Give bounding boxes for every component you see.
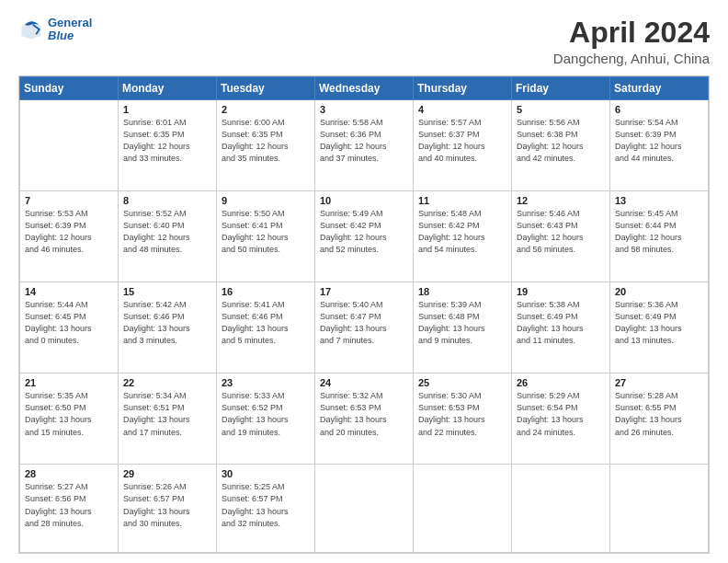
th-thursday: Thursday bbox=[414, 77, 512, 100]
calendar-cell: 10Sunrise: 5:49 AM Sunset: 6:42 PM Dayli… bbox=[315, 191, 414, 282]
calendar-cell: 8Sunrise: 5:52 AM Sunset: 6:40 PM Daylig… bbox=[119, 191, 217, 282]
day-number: 30 bbox=[222, 468, 310, 479]
day-number: 21 bbox=[25, 377, 113, 388]
day-info: Sunrise: 5:30 AM Sunset: 6:53 PM Dayligh… bbox=[418, 390, 506, 438]
calendar-cell: 20Sunrise: 5:36 AM Sunset: 6:49 PM Dayli… bbox=[610, 282, 709, 373]
day-info: Sunrise: 5:44 AM Sunset: 6:45 PM Dayligh… bbox=[25, 299, 113, 347]
calendar-cell bbox=[20, 100, 119, 191]
calendar-cell: 12Sunrise: 5:46 AM Sunset: 6:43 PM Dayli… bbox=[512, 191, 610, 282]
weekday-row: Sunday Monday Tuesday Wednesday Thursday… bbox=[20, 77, 709, 100]
day-info: Sunrise: 6:01 AM Sunset: 6:35 PM Dayligh… bbox=[123, 117, 211, 165]
day-number: 24 bbox=[320, 377, 408, 388]
day-number: 28 bbox=[25, 468, 113, 479]
day-info: Sunrise: 5:50 AM Sunset: 6:41 PM Dayligh… bbox=[222, 208, 310, 256]
calendar-cell: 11Sunrise: 5:48 AM Sunset: 6:42 PM Dayli… bbox=[414, 191, 512, 282]
calendar-cell: 16Sunrise: 5:41 AM Sunset: 6:46 PM Dayli… bbox=[217, 282, 315, 373]
day-info: Sunrise: 5:27 AM Sunset: 6:56 PM Dayligh… bbox=[25, 481, 113, 529]
day-number: 10 bbox=[320, 195, 408, 206]
calendar-cell bbox=[315, 465, 414, 553]
day-info: Sunrise: 5:54 AM Sunset: 6:39 PM Dayligh… bbox=[615, 117, 703, 165]
calendar-cell: 22Sunrise: 5:34 AM Sunset: 6:51 PM Dayli… bbox=[119, 373, 217, 465]
day-number: 8 bbox=[123, 195, 211, 206]
header: General Blue April 2024 Dangcheng, Anhui… bbox=[18, 17, 710, 66]
calendar-cell: 13Sunrise: 5:45 AM Sunset: 6:44 PM Dayli… bbox=[610, 191, 709, 282]
day-info: Sunrise: 5:57 AM Sunset: 6:37 PM Dayligh… bbox=[418, 117, 506, 165]
day-number: 26 bbox=[517, 377, 605, 388]
day-number: 6 bbox=[615, 104, 703, 115]
day-number: 1 bbox=[123, 104, 211, 115]
day-info: Sunrise: 5:36 AM Sunset: 6:49 PM Dayligh… bbox=[615, 299, 703, 347]
logo-text: General Blue bbox=[48, 17, 92, 43]
day-number: 13 bbox=[615, 195, 703, 206]
day-info: Sunrise: 5:29 AM Sunset: 6:54 PM Dayligh… bbox=[517, 390, 605, 438]
day-number: 2 bbox=[222, 104, 310, 115]
calendar-cell bbox=[414, 465, 512, 553]
day-number: 14 bbox=[25, 286, 113, 297]
calendar-week-5: 28Sunrise: 5:27 AM Sunset: 6:56 PM Dayli… bbox=[20, 465, 709, 553]
day-info: Sunrise: 6:00 AM Sunset: 6:35 PM Dayligh… bbox=[222, 117, 310, 165]
title-block: April 2024 Dangcheng, Anhui, China bbox=[553, 17, 710, 66]
logo-line1: General bbox=[48, 16, 92, 29]
th-wednesday: Wednesday bbox=[315, 77, 414, 100]
day-info: Sunrise: 5:52 AM Sunset: 6:40 PM Dayligh… bbox=[123, 208, 211, 256]
day-number: 7 bbox=[25, 195, 113, 206]
calendar-cell bbox=[610, 465, 709, 553]
calendar: Sunday Monday Tuesday Wednesday Thursday… bbox=[18, 75, 710, 554]
day-number: 25 bbox=[418, 377, 506, 388]
calendar-week-4: 21Sunrise: 5:35 AM Sunset: 6:50 PM Dayli… bbox=[20, 373, 709, 465]
th-tuesday: Tuesday bbox=[217, 77, 315, 100]
day-info: Sunrise: 5:35 AM Sunset: 6:50 PM Dayligh… bbox=[25, 390, 113, 438]
day-info: Sunrise: 5:45 AM Sunset: 6:44 PM Dayligh… bbox=[615, 208, 703, 256]
logo-line2: Blue bbox=[48, 29, 74, 42]
th-monday: Monday bbox=[119, 77, 217, 100]
calendar-header: Sunday Monday Tuesday Wednesday Thursday… bbox=[20, 77, 709, 100]
day-number: 12 bbox=[517, 195, 605, 206]
calendar-week-2: 7Sunrise: 5:53 AM Sunset: 6:39 PM Daylig… bbox=[20, 191, 709, 282]
logo-icon bbox=[18, 17, 44, 42]
day-info: Sunrise: 5:41 AM Sunset: 6:46 PM Dayligh… bbox=[222, 299, 310, 347]
day-info: Sunrise: 5:38 AM Sunset: 6:49 PM Dayligh… bbox=[517, 299, 605, 347]
calendar-body: 1Sunrise: 6:01 AM Sunset: 6:35 PM Daylig… bbox=[20, 100, 709, 553]
calendar-week-3: 14Sunrise: 5:44 AM Sunset: 6:45 PM Dayli… bbox=[20, 282, 709, 373]
calendar-cell: 26Sunrise: 5:29 AM Sunset: 6:54 PM Dayli… bbox=[512, 373, 610, 465]
calendar-cell: 2Sunrise: 6:00 AM Sunset: 6:35 PM Daylig… bbox=[217, 100, 315, 191]
th-sunday: Sunday bbox=[20, 77, 119, 100]
calendar-cell: 19Sunrise: 5:38 AM Sunset: 6:49 PM Dayli… bbox=[512, 282, 610, 373]
calendar-cell: 21Sunrise: 5:35 AM Sunset: 6:50 PM Dayli… bbox=[20, 373, 119, 465]
day-info: Sunrise: 5:46 AM Sunset: 6:43 PM Dayligh… bbox=[517, 208, 605, 256]
day-info: Sunrise: 5:39 AM Sunset: 6:48 PM Dayligh… bbox=[418, 299, 506, 347]
day-info: Sunrise: 5:28 AM Sunset: 6:55 PM Dayligh… bbox=[615, 390, 703, 438]
day-info: Sunrise: 5:34 AM Sunset: 6:51 PM Dayligh… bbox=[123, 390, 211, 438]
calendar-cell bbox=[512, 465, 610, 553]
day-number: 11 bbox=[418, 195, 506, 206]
main-title: April 2024 bbox=[553, 17, 710, 49]
calendar-cell: 15Sunrise: 5:42 AM Sunset: 6:46 PM Dayli… bbox=[119, 282, 217, 373]
th-friday: Friday bbox=[512, 77, 610, 100]
calendar-cell: 25Sunrise: 5:30 AM Sunset: 6:53 PM Dayli… bbox=[414, 373, 512, 465]
day-info: Sunrise: 5:26 AM Sunset: 6:57 PM Dayligh… bbox=[123, 481, 211, 529]
th-saturday: Saturday bbox=[610, 77, 709, 100]
calendar-cell: 18Sunrise: 5:39 AM Sunset: 6:48 PM Dayli… bbox=[414, 282, 512, 373]
day-info: Sunrise: 5:42 AM Sunset: 6:46 PM Dayligh… bbox=[123, 299, 211, 347]
day-info: Sunrise: 5:33 AM Sunset: 6:52 PM Dayligh… bbox=[222, 390, 310, 438]
page: General Blue April 2024 Dangcheng, Anhui… bbox=[0, 0, 728, 563]
day-number: 17 bbox=[320, 286, 408, 297]
calendar-cell: 30Sunrise: 5:25 AM Sunset: 6:57 PM Dayli… bbox=[217, 465, 315, 553]
calendar-cell: 27Sunrise: 5:28 AM Sunset: 6:55 PM Dayli… bbox=[610, 373, 709, 465]
day-number: 15 bbox=[123, 286, 211, 297]
day-number: 27 bbox=[615, 377, 703, 388]
day-number: 4 bbox=[418, 104, 506, 115]
calendar-cell: 23Sunrise: 5:33 AM Sunset: 6:52 PM Dayli… bbox=[217, 373, 315, 465]
calendar-cell: 4Sunrise: 5:57 AM Sunset: 6:37 PM Daylig… bbox=[414, 100, 512, 191]
calendar-cell: 1Sunrise: 6:01 AM Sunset: 6:35 PM Daylig… bbox=[119, 100, 217, 191]
day-info: Sunrise: 5:40 AM Sunset: 6:47 PM Dayligh… bbox=[320, 299, 408, 347]
calendar-cell: 29Sunrise: 5:26 AM Sunset: 6:57 PM Dayli… bbox=[119, 465, 217, 553]
day-number: 5 bbox=[517, 104, 605, 115]
calendar-cell: 3Sunrise: 5:58 AM Sunset: 6:36 PM Daylig… bbox=[315, 100, 414, 191]
calendar-cell: 5Sunrise: 5:56 AM Sunset: 6:38 PM Daylig… bbox=[512, 100, 610, 191]
calendar-cell: 7Sunrise: 5:53 AM Sunset: 6:39 PM Daylig… bbox=[20, 191, 119, 282]
day-number: 19 bbox=[517, 286, 605, 297]
day-info: Sunrise: 5:58 AM Sunset: 6:36 PM Dayligh… bbox=[320, 117, 408, 165]
subtitle: Dangcheng, Anhui, China bbox=[553, 51, 710, 66]
day-number: 9 bbox=[222, 195, 310, 206]
